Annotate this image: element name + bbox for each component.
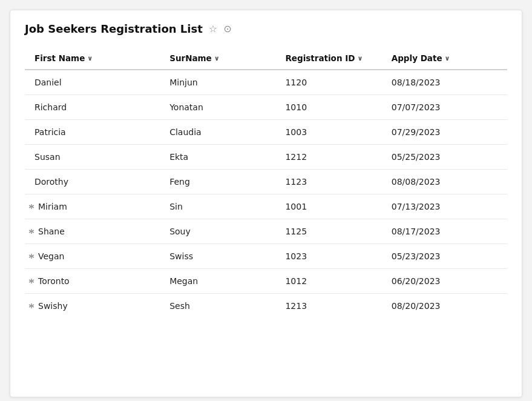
cell-regid: 1123 (275, 170, 381, 194)
cell-applydate: 08/18/2023 (382, 70, 507, 95)
cell-firstname: Richard (25, 95, 160, 120)
star-icon[interactable]: ☆ (209, 23, 217, 35)
page-title: Job Seekers Registration List (25, 22, 203, 35)
col-firstname-label: First Name (34, 53, 85, 63)
registration-card: Job Seekers Registration List ☆ ⊙ First … (10, 10, 522, 397)
sort-icon-applydate: ∨ (445, 55, 450, 62)
cell-applydate: 07/07/2023 (382, 95, 507, 120)
check-icon[interactable]: ⊙ (223, 23, 231, 35)
asterisk-marker (28, 203, 34, 210)
cell-firstname: Miriam (25, 194, 160, 219)
cell-regid: 1001 (275, 194, 381, 219)
cell-applydate: 07/13/2023 (382, 194, 507, 219)
sort-icon-surname: ∨ (214, 55, 220, 62)
cell-regid: 1003 (275, 120, 381, 145)
cell-regid: 1125 (275, 219, 381, 244)
col-regid-label: Registration ID (285, 53, 355, 63)
cell-firstname: Dorothy (25, 170, 160, 194)
table-row: ShaneSouy112508/17/2023 (25, 219, 507, 244)
cell-firstname: Vegan (25, 244, 160, 269)
col-surname-label: SurName (169, 53, 212, 63)
cell-regid: 1212 (275, 145, 381, 170)
table-row: DorothyFeng112308/08/2023 (25, 170, 507, 194)
cell-surname: Sin (160, 194, 275, 219)
firstname-value: Miriam (38, 202, 67, 211)
cell-applydate: 05/25/2023 (382, 145, 507, 170)
col-applydate-label: Apply Date (392, 53, 442, 63)
firstname-value: Susan (34, 152, 61, 162)
firstname-value: Swishy (38, 301, 68, 311)
table-row: SusanEkta121205/25/2023 (25, 145, 507, 170)
cell-surname: Megan (160, 269, 275, 294)
cell-applydate: 06/20/2023 (382, 269, 507, 294)
firstname-value: Shane (38, 227, 65, 236)
firstname-value: Dorothy (34, 177, 68, 187)
cell-applydate: 08/17/2023 (382, 219, 507, 244)
sort-icon-firstname: ∨ (87, 55, 93, 62)
cell-surname: Ekta (160, 145, 275, 170)
table-header-row: First Name ∨ SurName ∨ Registration ID ∨ (25, 47, 507, 70)
cell-applydate: 05/23/2023 (382, 244, 507, 269)
cell-surname: Swiss (160, 244, 275, 269)
cell-firstname: Swishy (25, 294, 160, 319)
cell-surname: Sesh (160, 294, 275, 319)
cell-firstname: Susan (25, 145, 160, 170)
cell-surname: Souy (160, 219, 275, 244)
asterisk-marker (28, 253, 34, 260)
cell-surname: Feng (160, 170, 275, 194)
cell-regid: 1213 (275, 294, 381, 319)
cell-firstname: Shane (25, 219, 160, 244)
col-header-surname[interactable]: SurName ∨ (160, 47, 275, 70)
col-header-firstname[interactable]: First Name ∨ (25, 47, 160, 70)
table-row: VeganSwiss102305/23/2023 (25, 244, 507, 269)
table-row: MiriamSin100107/13/2023 (25, 194, 507, 219)
cell-regid: 1023 (275, 244, 381, 269)
cell-surname: Claudia (160, 120, 275, 145)
firstname-value: Daniel (34, 78, 62, 87)
firstname-value: Richard (34, 102, 67, 112)
cell-surname: Minjun (160, 70, 275, 95)
table-row: DanielMinjun112008/18/2023 (25, 70, 507, 95)
asterisk-marker (28, 228, 34, 235)
asterisk-marker (28, 302, 34, 310)
cell-regid: 1120 (275, 70, 381, 95)
cell-firstname: Daniel (25, 70, 160, 95)
cell-firstname: Patricia (25, 120, 160, 145)
firstname-value: Patricia (34, 127, 66, 137)
firstname-value: Vegan (38, 251, 64, 261)
cell-applydate: 07/29/2023 (382, 120, 507, 145)
cell-regid: 1010 (275, 95, 381, 120)
registration-table: First Name ∨ SurName ∨ Registration ID ∨ (25, 47, 507, 318)
cell-applydate: 08/08/2023 (382, 170, 507, 194)
cell-surname: Yonatan (160, 95, 275, 120)
card-header: Job Seekers Registration List ☆ ⊙ (25, 22, 507, 35)
asterisk-marker (28, 277, 34, 285)
table-row: RichardYonatan101007/07/2023 (25, 95, 507, 120)
table-row: SwishySesh121308/20/2023 (25, 294, 507, 319)
firstname-value: Toronto (38, 276, 70, 286)
sort-icon-regid: ∨ (357, 55, 363, 62)
col-header-regid[interactable]: Registration ID ∨ (275, 47, 381, 70)
cell-firstname: Toronto (25, 269, 160, 294)
col-header-applydate[interactable]: Apply Date ∨ (382, 47, 507, 70)
cell-applydate: 08/20/2023 (382, 294, 507, 319)
table-row: PatriciaClaudia100307/29/2023 (25, 120, 507, 145)
cell-regid: 1012 (275, 269, 381, 294)
table-row: TorontoMegan101206/20/2023 (25, 269, 507, 294)
